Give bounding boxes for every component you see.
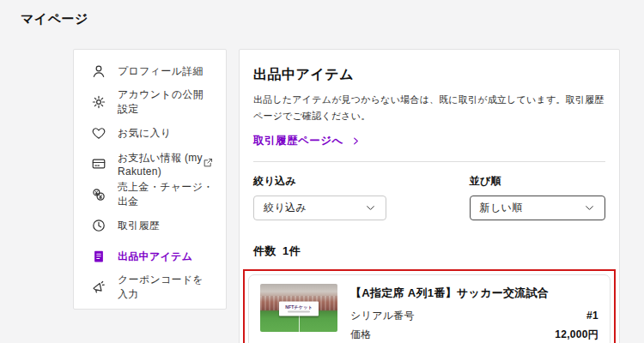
item-row-serial: シリアル番号 #1: [350, 309, 598, 323]
sidebar-item-label: アカウントの公開設定: [118, 87, 214, 117]
sort-label: 並び順: [470, 174, 605, 189]
sidebar-item-label: 取引履歴: [118, 219, 160, 233]
sidebar-item-payment-info[interactable]: お支払い情報 (my Rakuten): [74, 148, 226, 179]
row-value: 12,000円: [555, 328, 598, 342]
result-count: 件数1件: [253, 244, 605, 259]
sidebar-item-account-settings[interactable]: アカウントの公開設定: [74, 87, 226, 117]
sort-select-value: 新しい順: [480, 201, 523, 215]
sort-control: 並び順 新しい順: [470, 174, 605, 220]
page-title: マイページ: [21, 11, 88, 27]
item-thumbnail: NFTチケット: [260, 284, 337, 332]
panel-title: 出品中アイテム: [253, 66, 605, 84]
sidebar-item-transaction-history[interactable]: 取引履歴: [74, 210, 226, 241]
list-controls: 絞り込み 絞り込み 並び順 新しい順: [253, 174, 605, 220]
row-label: シリアル番号: [350, 309, 415, 323]
item-title: 【A指定席 A列1番】サッカー交流試合: [350, 286, 598, 301]
megaphone-icon: [90, 280, 106, 296]
chevron-down-icon: [365, 202, 376, 214]
heart-icon: [90, 125, 106, 141]
credit-card-icon: [90, 156, 106, 172]
sidebar-item-label: お気に入り: [118, 126, 171, 141]
sidebar-item-label: お支払い情報 (my Rakuten): [118, 151, 203, 178]
divider: [253, 161, 605, 162]
document-icon: [90, 249, 106, 265]
transaction-history-link[interactable]: 取引履歴ページへ: [253, 134, 361, 148]
nft-ticket-subline: [288, 310, 310, 312]
sidebar-item-coupon-code[interactable]: クーポンコードを入力: [74, 272, 226, 303]
item-attribute-rows: シリアル番号 #1 価格 12,000円 販売手数料 (20%) 2,400円: [350, 309, 598, 343]
listed-item-card[interactable]: NFTチケット 【A指定席 A列1番】サッカー交流試合 シリアル番号 #1 価格…: [248, 274, 611, 343]
sidebar-item-label: 売上金・チャージ・出金: [118, 180, 214, 209]
sidebar-item-label: クーポンコードを入力: [118, 273, 214, 302]
sidebar-item-label: 出品中アイテム: [118, 250, 192, 264]
person-icon: [90, 63, 106, 80]
nft-ticket-graphic: NFTチケット: [279, 301, 319, 316]
nft-ticket-label: NFTチケット: [285, 304, 313, 309]
panel-description: 出品したアイテムが見つからない場合は、既に取引が成立しています。取引履歴ページで…: [253, 92, 605, 125]
transaction-history-link-label: 取引履歴ページへ: [253, 134, 343, 148]
filter-select-value: 絞り込み: [264, 201, 307, 215]
external-link-icon: [203, 157, 214, 171]
filter-control: 絞り込み 絞り込み: [253, 174, 386, 220]
result-count-label: 件数: [253, 244, 276, 257]
row-label: 価格: [350, 328, 372, 342]
clock-icon: [90, 218, 106, 234]
sidebar-item-profile[interactable]: プロフィール詳細: [74, 56, 226, 87]
coins-icon: [90, 187, 106, 203]
chevron-down-icon: [584, 202, 595, 214]
item-details: 【A指定席 A列1番】サッカー交流試合 シリアル番号 #1 価格 12,000円…: [350, 284, 598, 343]
sort-select[interactable]: 新しい順: [470, 196, 605, 220]
gear-icon: [90, 94, 106, 111]
item-row-price: 価格 12,000円: [350, 328, 598, 342]
result-count-value: 1件: [283, 244, 301, 257]
filter-select[interactable]: 絞り込み: [253, 196, 386, 220]
filter-label: 絞り込み: [253, 174, 386, 189]
row-value: #1: [586, 310, 598, 322]
chevron-right-icon: [351, 136, 361, 146]
sidebar-item-listed-items[interactable]: 出品中アイテム: [74, 241, 226, 272]
sidebar-item-sales-charge-withdraw[interactable]: 売上金・チャージ・出金: [74, 179, 226, 210]
sidebar: プロフィール詳細 アカウントの公開設定 お気に入り お支払い情報 (my Rak…: [73, 49, 227, 310]
sidebar-item-label: プロフィール詳細: [118, 64, 204, 79]
listed-items-panel: 出品中アイテム 出品したアイテムが見つからない場合は、既に取引が成立しています。…: [239, 49, 620, 343]
annotation-highlight-box: NFTチケット 【A指定席 A列1番】サッカー交流試合 シリアル番号 #1 価格…: [243, 269, 616, 343]
sidebar-item-favorites[interactable]: お気に入り: [74, 117, 226, 148]
